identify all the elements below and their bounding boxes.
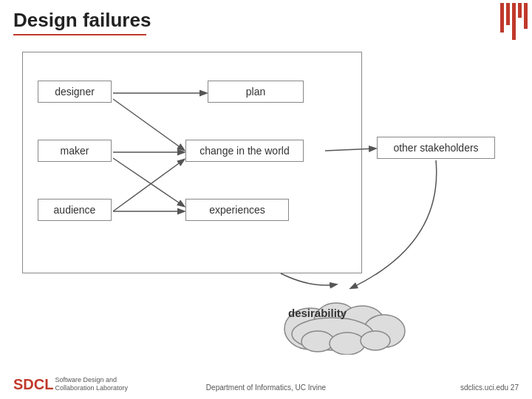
bar-5 xyxy=(524,3,528,29)
audience-box: audience xyxy=(38,199,112,221)
bar-2 xyxy=(506,3,510,25)
svg-point-13 xyxy=(330,332,365,355)
footer-center: Department of Informatics, UC Irvine xyxy=(206,383,326,392)
footer-right: sdclics.uci.edu 27 xyxy=(460,383,519,392)
sdcl-org: Software Design and Collaboration Labora… xyxy=(55,376,128,392)
bar-1 xyxy=(500,3,504,33)
svg-point-14 xyxy=(361,331,390,350)
diagram-container: designer maker audience plan change in t… xyxy=(22,52,362,273)
bar-3 xyxy=(512,3,516,40)
sdcl-org-line2: Collaboration Laboratory xyxy=(55,384,128,392)
change-box: change in the world xyxy=(185,140,304,162)
sdcl-org-line1: Software Design and xyxy=(55,376,128,384)
page-title: Design failures xyxy=(13,9,151,32)
other-stakeholders-box: other stakeholders xyxy=(377,137,495,159)
svg-line-5 xyxy=(113,158,184,206)
svg-line-1 xyxy=(113,99,184,150)
bar-4 xyxy=(518,3,522,18)
maker-box: maker xyxy=(38,140,112,162)
decorative-bars xyxy=(500,0,532,40)
designer-box: designer xyxy=(38,81,112,103)
plan-box: plan xyxy=(208,81,304,103)
experiences-box: experiences xyxy=(185,199,289,221)
svg-line-3 xyxy=(113,160,184,211)
title-underline xyxy=(13,34,146,35)
svg-point-12 xyxy=(301,331,334,352)
footer: SDCL Software Design and Collaboration L… xyxy=(13,376,128,393)
desirability-label: desirability xyxy=(288,307,347,319)
sdcl-logo: SDCL xyxy=(13,376,53,393)
